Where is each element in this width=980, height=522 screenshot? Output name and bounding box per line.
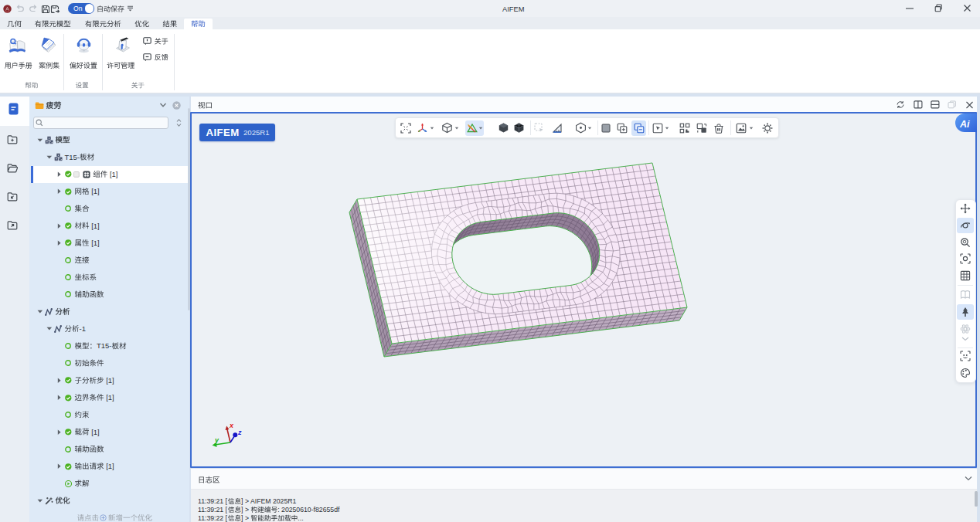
svg-text:x: x [229, 422, 234, 429]
svg-text:z: z [237, 429, 242, 436]
svg-text:y: y [214, 436, 219, 444]
